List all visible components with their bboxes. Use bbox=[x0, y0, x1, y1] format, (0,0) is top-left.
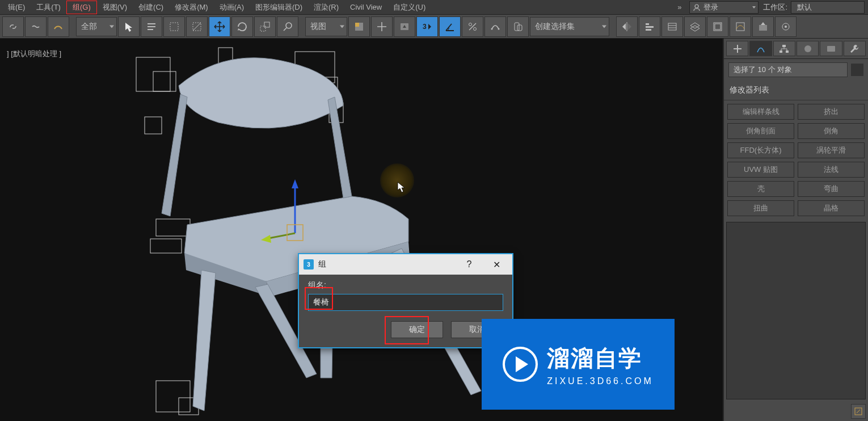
hierarchy-tab[interactable] bbox=[773, 41, 795, 56]
svg-rect-2 bbox=[148, 23, 155, 24]
svg-marker-25 bbox=[628, 23, 631, 30]
menu-animation[interactable]: 动画(A) bbox=[214, 1, 250, 14]
align-icon[interactable] bbox=[639, 16, 660, 37]
panel-tabs bbox=[724, 39, 868, 59]
mod-extrude-button[interactable]: 挤出 bbox=[798, 104, 865, 120]
ref-coord-dropdown[interactable]: 视图 bbox=[305, 17, 347, 36]
modifier-list-label[interactable]: 修改器列表 bbox=[724, 81, 868, 100]
svg-rect-50 bbox=[150, 239, 182, 253]
select-manipulate-icon[interactable] bbox=[371, 16, 393, 37]
close-button[interactable]: ✕ bbox=[485, 254, 508, 275]
mod-shell-button[interactable]: 壳 bbox=[727, 181, 794, 197]
rotate-icon[interactable] bbox=[231, 16, 253, 37]
dialog-titlebar[interactable]: 3 组 ? ✕ bbox=[299, 254, 512, 275]
percent-snap-icon[interactable] bbox=[462, 16, 483, 37]
svg-marker-60 bbox=[261, 235, 271, 243]
login-text: 登录 bbox=[703, 2, 718, 12]
mod-lattice-button[interactable]: 晶格 bbox=[798, 200, 865, 216]
filter-text: 全部 bbox=[81, 22, 97, 32]
layer-icon[interactable] bbox=[661, 16, 683, 37]
schematic-icon[interactable] bbox=[730, 16, 751, 37]
svg-rect-28 bbox=[646, 29, 651, 31]
material-editor-icon[interactable] bbox=[752, 16, 774, 37]
render-setup-icon[interactable] bbox=[775, 16, 797, 37]
chevron-down-icon bbox=[340, 25, 344, 28]
edit-sel-set-icon[interactable] bbox=[507, 16, 529, 37]
svg-rect-3 bbox=[148, 26, 155, 27]
select-object-icon[interactable] bbox=[118, 16, 140, 37]
modify-tab[interactable] bbox=[749, 41, 772, 56]
mirror-icon[interactable] bbox=[616, 16, 638, 37]
select-filter-dropdown[interactable]: 全部 bbox=[76, 17, 117, 36]
utilities-tab[interactable] bbox=[844, 41, 866, 56]
menu-edit[interactable]: 辑(E) bbox=[2, 1, 31, 14]
mod-twist-button[interactable]: 扭曲 bbox=[727, 200, 794, 216]
svg-marker-24 bbox=[622, 23, 626, 30]
menu-view[interactable]: 视图(V) bbox=[97, 1, 133, 14]
keyboard-shortcut-icon[interactable] bbox=[394, 16, 415, 37]
placement-icon[interactable] bbox=[277, 16, 298, 37]
selection-set-dropdown[interactable]: 创建选择集 bbox=[530, 17, 609, 36]
menu-graph[interactable]: 图形编辑器(D) bbox=[250, 1, 308, 14]
svg-point-18 bbox=[474, 27, 477, 30]
svg-point-17 bbox=[469, 23, 472, 26]
select-region-rect-icon[interactable] bbox=[163, 16, 185, 37]
menu-custom[interactable]: 自定义(U) bbox=[387, 1, 431, 14]
menu-create[interactable]: 创建(C) bbox=[133, 1, 169, 14]
move-icon[interactable] bbox=[209, 16, 230, 37]
svg-rect-51 bbox=[289, 219, 304, 235]
scale-icon[interactable] bbox=[254, 16, 276, 37]
menu-modifiers[interactable]: 修改器(M) bbox=[169, 1, 214, 14]
watermark: 溜溜自学 ZIXUE.3D66.COM bbox=[482, 319, 675, 410]
ref-coord-text: 视图 bbox=[310, 22, 326, 32]
mod-ffd-box-button[interactable]: FFD(长方体) bbox=[727, 142, 794, 158]
ok-button[interactable]: 确定 bbox=[391, 321, 443, 338]
mod-bend-button[interactable]: 弯曲 bbox=[798, 181, 865, 197]
chevron-down-icon bbox=[109, 25, 114, 28]
mod-edit-spline-button[interactable]: 编辑样条线 bbox=[727, 104, 794, 120]
main-area: ] [默认明暗处理 ] bbox=[0, 39, 868, 421]
mod-bevel-profile-button[interactable]: 倒角剖面 bbox=[727, 123, 794, 139]
spinner-snap-icon[interactable] bbox=[484, 16, 506, 37]
mod-uvw-map-button[interactable]: UVW 贴图 bbox=[727, 162, 794, 178]
svg-rect-47 bbox=[321, 77, 338, 91]
menu-overflow[interactable]: » bbox=[674, 2, 685, 12]
svg-rect-35 bbox=[715, 24, 720, 30]
help-button[interactable]: ? bbox=[458, 254, 481, 275]
mod-turbosmooth-button[interactable]: 涡轮平滑 bbox=[798, 142, 865, 158]
configure-stack-icon[interactable] bbox=[851, 404, 866, 419]
group-name-input[interactable] bbox=[308, 294, 503, 311]
snap-3d-icon[interactable]: 3 bbox=[416, 16, 438, 37]
workspace-dropdown[interactable]: 默认 bbox=[791, 1, 865, 14]
menu-civil[interactable]: Civil View bbox=[344, 2, 387, 12]
select-window-crossing-icon[interactable] bbox=[186, 16, 208, 37]
mod-normal-button[interactable]: 法线 bbox=[798, 162, 865, 178]
menu-tools[interactable]: 工具(T) bbox=[31, 1, 66, 14]
color-swatch[interactable] bbox=[851, 64, 863, 76]
viewport[interactable]: ] [默认明暗处理 ] bbox=[0, 39, 723, 421]
workspace: 工作区: 默认 bbox=[763, 1, 865, 14]
menu-render[interactable]: 渲染(R) bbox=[308, 1, 344, 14]
mod-bevel-button[interactable]: 倒角 bbox=[798, 123, 865, 139]
dialog-title: 组 bbox=[318, 259, 326, 270]
motion-tab[interactable] bbox=[797, 41, 819, 56]
angle-snap-icon[interactable] bbox=[439, 16, 461, 37]
menu-group[interactable]: 组(G) bbox=[66, 1, 97, 14]
link-icon[interactable] bbox=[2, 16, 24, 37]
create-tab[interactable] bbox=[726, 41, 748, 56]
curve-editor-icon[interactable] bbox=[707, 16, 728, 37]
bind-icon[interactable] bbox=[48, 16, 69, 37]
group-dialog: 3 组 ? ✕ 组名: 确定 取消 bbox=[298, 253, 513, 348]
cursor-highlight bbox=[380, 163, 414, 197]
pivot-icon[interactable] bbox=[348, 16, 370, 37]
unlink-icon[interactable] bbox=[25, 16, 47, 37]
layer-manager-icon[interactable] bbox=[684, 16, 706, 37]
display-tab[interactable] bbox=[820, 41, 842, 56]
modifier-stack[interactable] bbox=[726, 222, 866, 399]
login-dropdown[interactable]: 登录 bbox=[689, 1, 759, 14]
svg-rect-29 bbox=[668, 23, 676, 30]
svg-rect-37 bbox=[759, 25, 767, 31]
watermark-subtitle: ZIXUE.3D66.COM bbox=[547, 376, 654, 386]
select-by-name-icon[interactable] bbox=[141, 16, 162, 37]
svg-rect-64 bbox=[786, 50, 789, 53]
